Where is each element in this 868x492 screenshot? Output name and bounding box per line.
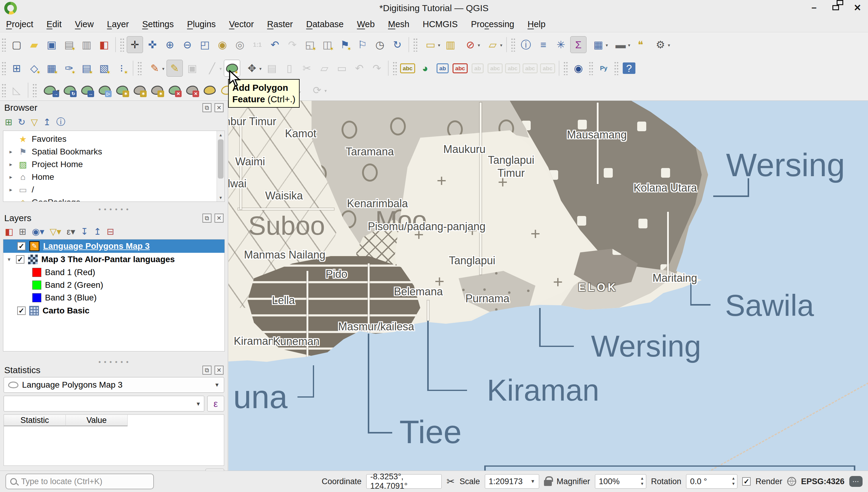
- statistics-field-combo[interactable]: ▼: [4, 396, 204, 412]
- scale-feature-button[interactable]: ↔: [79, 82, 95, 99]
- redo-button[interactable]: ↷: [369, 60, 385, 77]
- chevron-down-icon[interactable]: ▾: [628, 43, 630, 48]
- chevron-down-icon[interactable]: ▾: [478, 43, 480, 48]
- menu-plugins[interactable]: Plugins: [187, 19, 216, 29]
- map-canvas[interactable]: ++++++++++++++++++++++++++++++++++++++++…: [228, 101, 868, 471]
- browser-item--[interactable]: ▸▭/: [4, 183, 224, 196]
- rotate-label-button[interactable]: abc: [522, 60, 538, 77]
- undo-button[interactable]: ↶: [351, 60, 368, 77]
- toolbar-drag-handle[interactable]: [137, 61, 142, 75]
- lock-icon[interactable]: [544, 480, 552, 486]
- toolbar-drag-handle[interactable]: [1, 38, 6, 52]
- panel-splitter-1[interactable]: ● ● ● ● ● ●: [0, 207, 228, 211]
- crs-value[interactable]: EPSG:4326: [801, 477, 844, 486]
- layer-diagram-button[interactable]: ◕: [417, 60, 433, 77]
- chevron-down-icon[interactable]: ▾: [438, 43, 440, 48]
- browser-add-layer-button[interactable]: ⊞: [5, 117, 13, 127]
- spin-up-icon[interactable]: ▲: [640, 476, 644, 481]
- reshape-features-button[interactable]: [201, 82, 218, 99]
- show-layout-manager-button[interactable]: ▥: [78, 36, 95, 53]
- open-project-button[interactable]: ▰: [26, 36, 42, 53]
- layers-expand-all-button[interactable]: ↧: [80, 226, 88, 237]
- style-manager-button[interactable]: ◧: [96, 36, 112, 53]
- menu-processing[interactable]: Processing: [471, 19, 514, 29]
- rotate-point-symbols-button[interactable]: ⟳▾: [306, 82, 328, 99]
- minimize-button[interactable]: –: [809, 2, 819, 13]
- simplify-feature-button[interactable]: ▷: [97, 82, 113, 99]
- move-label-diagram-button[interactable]: abc: [504, 60, 521, 77]
- delete-selected-button[interactable]: ▯: [281, 60, 297, 77]
- statistics-float-button[interactable]: ⧉: [202, 366, 212, 375]
- menu-view[interactable]: View: [75, 19, 94, 29]
- expander-icon[interactable]: ▸: [7, 148, 14, 155]
- python-console-button[interactable]: Py: [596, 60, 612, 77]
- crs-globe-icon[interactable]: [787, 477, 796, 486]
- menu-settings[interactable]: Settings: [142, 19, 174, 29]
- layers-remove-button[interactable]: ⊟: [107, 226, 114, 237]
- zoom-full-button[interactable]: ◰: [197, 36, 213, 53]
- layer-checkbox[interactable]: ✓: [16, 255, 24, 264]
- change-label-properties-button[interactable]: abc: [540, 60, 556, 77]
- layer-band-row[interactable]: Band 3 (Blue): [3, 291, 224, 304]
- menu-layer[interactable]: Layer: [107, 19, 129, 29]
- zoom-to-layer-button[interactable]: ◎: [232, 36, 248, 53]
- open-attribute-table-button[interactable]: ▦▾: [588, 36, 609, 53]
- scroll-up-icon[interactable]: ▲: [217, 131, 224, 139]
- statistics-layer-combo[interactable]: Language Polygons Map 3 ▼: [4, 377, 224, 393]
- highlight-pinned-labels-button[interactable]: abc: [452, 60, 468, 77]
- toolbar-drag-handle[interactable]: [120, 38, 125, 52]
- pan-map-button[interactable]: ✛: [127, 36, 143, 53]
- help-contents-button[interactable]: ?: [621, 60, 637, 77]
- zoom-out-button[interactable]: ⊖: [179, 36, 196, 53]
- locate-input[interactable]: Type to locate (Ctrl+K): [5, 474, 154, 489]
- new-project-button[interactable]: ▢: [8, 36, 25, 53]
- close-button[interactable]: ✕: [852, 2, 863, 13]
- menu-edit[interactable]: Edit: [47, 19, 61, 29]
- save-layer-edits-button[interactable]: ▣: [184, 60, 200, 77]
- layer-band-row[interactable]: Band 2 (Green): [3, 279, 224, 291]
- map-tips-button[interactable]: ❝: [633, 36, 649, 53]
- delete-part-button[interactable]: ✕: [184, 82, 200, 99]
- statistical-summary-abacus-button[interactable]: ≡: [535, 36, 551, 53]
- toolbar-drag-handle[interactable]: [413, 38, 418, 52]
- toolbar-drag-handle[interactable]: [393, 61, 397, 75]
- add-vector-layer-button[interactable]: ◇✶: [26, 60, 42, 77]
- expression-builder-button[interactable]: ε: [207, 396, 224, 412]
- browser-item-spatial-bookmarks[interactable]: ▸⚑Spatial Bookmarks: [4, 145, 224, 158]
- layers-collapse-all-button[interactable]: ↥: [94, 226, 101, 237]
- browser-collapse-all-button[interactable]: ↥: [43, 117, 51, 127]
- zoom-to-selection-button[interactable]: ◉: [214, 36, 230, 53]
- cut-features-button[interactable]: ✂: [299, 60, 315, 77]
- zoom-last-button[interactable]: ↶: [267, 36, 283, 53]
- browser-refresh-button[interactable]: ↻: [18, 117, 25, 127]
- add-virtual-layer-button[interactable]: ▧✶: [96, 60, 112, 77]
- data-source-manager-button[interactable]: ⊞: [8, 60, 25, 77]
- layers-filter-expression-button[interactable]: ε▾: [67, 226, 75, 237]
- processing-toolbox-button[interactable]: ✳: [553, 36, 569, 53]
- digitize-with-segment-button[interactable]: ╱▾: [201, 60, 223, 77]
- browser-item-geopackage[interactable]: ◈GeoPackage: [4, 196, 224, 202]
- rotate-feature-button[interactable]: ↻: [61, 82, 78, 99]
- chevron-down-icon[interactable]: ▾: [324, 88, 327, 94]
- chevron-down-icon[interactable]: ▾: [500, 43, 502, 48]
- chevron-down-icon[interactable]: ▾: [259, 66, 262, 72]
- stat-column-header-value[interactable]: Value: [66, 415, 128, 426]
- spin-down-icon[interactable]: ▼: [731, 481, 735, 487]
- toolbar-drag-handle[interactable]: [589, 61, 593, 75]
- pin-labels-button[interactable]: ab: [435, 60, 451, 77]
- new-map-view-button[interactable]: ◱✶: [302, 36, 318, 53]
- layer-row-carto-basic[interactable]: ✓ Carto Basic: [3, 304, 224, 317]
- fill-ring-button[interactable]: ✶: [149, 82, 165, 99]
- render-checkbox[interactable]: ✓: [742, 477, 751, 486]
- hcmgis-plugin-button[interactable]: ◉: [570, 60, 587, 77]
- layer-row-raster[interactable]: ▾ ✓ Map 3 The Alor-Pantar languages: [3, 253, 224, 266]
- new-print-layout-button[interactable]: ▤✶: [61, 36, 77, 53]
- browser-float-button[interactable]: ⧉: [202, 103, 212, 112]
- magnifier-spinbox[interactable]: 100% ▲▼: [595, 474, 646, 489]
- layers-float-button[interactable]: ⧉: [202, 214, 212, 223]
- layers-filter-legend-button[interactable]: ▽▾: [50, 226, 61, 237]
- layer-checkbox[interactable]: ✓: [17, 306, 26, 315]
- delete-ring-button[interactable]: ✕: [167, 82, 183, 99]
- current-edits-button[interactable]: ✎▾: [144, 60, 165, 77]
- add-delimited-text-layer-button[interactable]: ✑✶: [61, 60, 77, 77]
